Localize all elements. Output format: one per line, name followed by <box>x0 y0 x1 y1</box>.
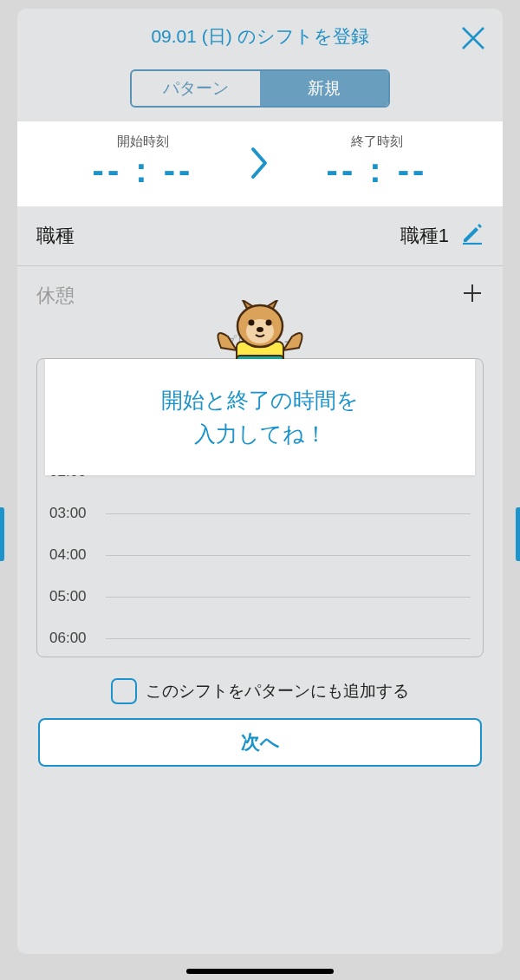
tab-pattern[interactable]: パターン <box>132 71 260 106</box>
preview-hour-row: 04:00 <box>49 534 471 576</box>
edit-icon[interactable] <box>461 222 484 250</box>
tooltip-bubble: 開始と終了の時間を 入力してね！ <box>45 359 475 475</box>
tooltip-line-1: 開始と終了の時間を <box>54 383 466 417</box>
tab-new[interactable]: 新規 <box>260 71 388 106</box>
add-to-pattern-checkbox[interactable] <box>111 678 137 704</box>
add-to-pattern-row[interactable]: このシフトをパターンにも追加する <box>17 666 503 715</box>
close-icon <box>459 24 487 52</box>
end-time-picker[interactable]: 終了時刻 -- : -- <box>277 134 477 187</box>
time-arrow-icon <box>243 146 277 187</box>
preview-hour-row: 06:00 <box>49 617 471 657</box>
start-time-picker[interactable]: 開始時刻 -- : -- <box>43 134 243 187</box>
next-button[interactable]: 次へ <box>38 718 482 767</box>
svg-point-5 <box>266 320 272 326</box>
job-type-value: 職種1 <box>400 223 449 249</box>
end-time-label: 終了時刻 <box>277 134 477 150</box>
time-picker-section: 開始時刻 -- : -- 終了時刻 -- : -- <box>17 121 503 206</box>
preview-hour-row: 03:00 <box>49 493 471 534</box>
job-type-row[interactable]: 職種 職種1 <box>17 206 503 266</box>
tab-switcher: パターン 新規 <box>17 62 503 121</box>
shift-register-modal: 09.01 (日) のシフトを登録 パターン 新規 開始時刻 -- : -- 終… <box>17 9 503 954</box>
preview-hour-row: 05:00 <box>49 576 471 617</box>
start-time-label: 開始時刻 <box>43 134 243 150</box>
svg-point-6 <box>257 327 263 332</box>
tooltip-line-2: 入力してね！ <box>54 417 466 451</box>
end-time-value: -- : -- <box>277 153 477 187</box>
start-time-value: -- : -- <box>43 153 243 187</box>
modal-title: 09.01 (日) のシフトを登録 <box>35 24 485 49</box>
add-icon[interactable] <box>461 282 484 310</box>
close-button[interactable] <box>458 23 489 54</box>
add-to-pattern-label: このシフトをパターンにも追加する <box>146 680 409 702</box>
break-label: 休憩 <box>36 283 75 309</box>
left-edge-handle <box>0 507 4 561</box>
right-edge-handle <box>516 507 520 561</box>
job-type-label: 職種 <box>36 223 75 249</box>
modal-header: 09.01 (日) のシフトを登録 <box>17 9 503 62</box>
svg-point-4 <box>249 320 255 326</box>
home-indicator[interactable] <box>186 969 334 974</box>
